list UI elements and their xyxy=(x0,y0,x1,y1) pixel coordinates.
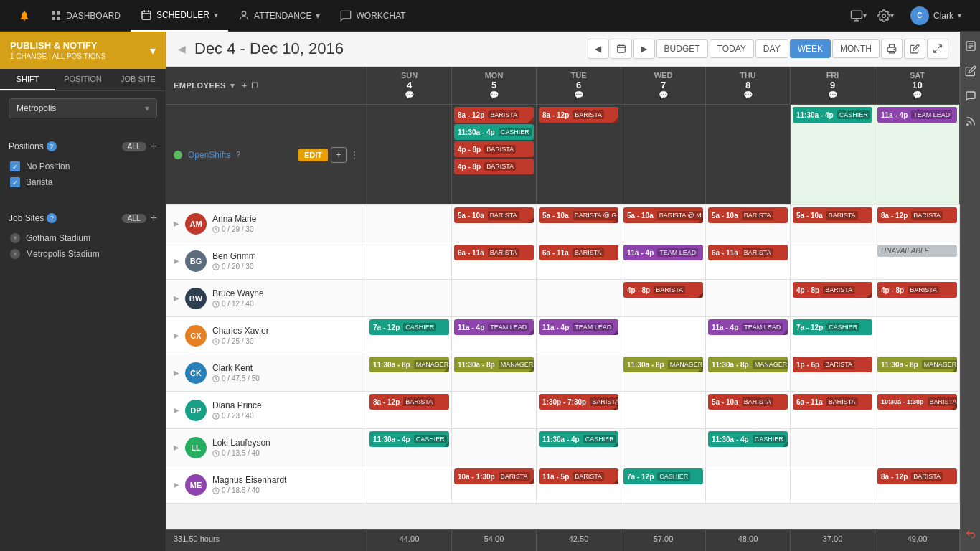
charles-xavier-thu-shift[interactable]: 11a - 4pTEAM LEAD xyxy=(708,319,788,335)
open-shifts-edit-btn[interactable]: EDIT xyxy=(298,149,328,161)
loki-thu-shift[interactable]: 11:30a - 4pCASHIER xyxy=(708,431,788,447)
open-shift-mon-1[interactable]: 8a - 12pBARISTA xyxy=(454,107,534,123)
expand-btn[interactable] xyxy=(927,39,948,59)
sat-comment-btn[interactable]: 💬 xyxy=(913,90,923,99)
publish-banner[interactable]: PUBLISH & NOTIFY 1 CHANGE | ALL POSITION… xyxy=(0,32,166,69)
ben-grimm-wed-shift[interactable]: 11a - 4pTEAM LEAD xyxy=(623,245,703,260)
charles-xavier-mon-shift[interactable]: 11a - 4pTEAM LEAD xyxy=(454,319,534,335)
mon-comment-btn[interactable]: 💬 xyxy=(489,90,499,99)
diana-prince-sat-shift[interactable]: 10:30a - 1:30pBARISTA xyxy=(877,394,957,410)
charles-xavier-fri-shift[interactable]: 7a - 12pCASHIER xyxy=(793,319,872,335)
job-sites-all-badge[interactable]: ALL xyxy=(122,214,146,223)
clark-kent-sat-shift[interactable]: 11:30a - 8pMANAGER xyxy=(877,357,957,372)
anna-marie-fri-shift[interactable]: 5a - 10aBARISTA xyxy=(793,207,872,223)
position-no-position[interactable]: ✓ No Position xyxy=(9,159,157,174)
open-shift-fri-1[interactable]: 11:30a - 4pCASHIER xyxy=(793,107,872,123)
collapse-sidebar-btn[interactable]: ◀ xyxy=(178,43,186,55)
clark-kent-mon-shift[interactable]: 11:30a - 8pMANAGER xyxy=(454,357,534,372)
right-sidebar-rss-icon[interactable] xyxy=(962,113,979,132)
job-sites-add-btn[interactable]: + xyxy=(151,212,157,225)
positions-all-badge[interactable]: ALL xyxy=(122,142,146,151)
anna-marie-thu-shift[interactable]: 5a - 10aBARISTA xyxy=(708,207,788,223)
today-btn[interactable]: TODAY xyxy=(710,39,754,58)
ben-grimm-mon-shift[interactable]: 6a - 11aBARISTA xyxy=(454,245,534,260)
loki-tue-shift[interactable]: 11:30a - 4pCASHIER xyxy=(539,431,618,447)
attendance-dropdown-icon[interactable]: ▾ xyxy=(316,11,320,21)
position-barista[interactable]: ✓ Barista xyxy=(9,174,157,190)
attendance-nav-item[interactable]: ATTENDANCE ▾ xyxy=(228,0,330,32)
anna-marie-wed-shift[interactable]: 5a - 10aBARISTA @ M xyxy=(623,207,703,223)
bruce-wayne-wed-shift[interactable]: 4p - 8pBARISTA xyxy=(623,282,703,298)
magnus-sat-shift[interactable]: 8a - 12pBARISTA xyxy=(877,468,957,484)
positions-add-btn[interactable]: + xyxy=(151,140,157,153)
clark-kent-sun-shift[interactable]: 11:30a - 8pMANAGER xyxy=(369,357,449,372)
job-site-metropolis[interactable]: Metropolis Stadium xyxy=(9,246,157,262)
diana-prince-fri-shift[interactable]: 6a - 11aBARISTA xyxy=(793,394,872,410)
right-sidebar-notes-icon[interactable] xyxy=(962,37,979,57)
tue-comment-btn[interactable]: 💬 xyxy=(574,90,584,99)
gear-dropdown[interactable]: ▾ xyxy=(890,11,894,19)
ben-grimm-thu-shift[interactable]: 6a - 11aBARISTA xyxy=(708,245,788,260)
prev-btn[interactable]: ◀ xyxy=(588,39,609,59)
loki-expand[interactable]: ▶ xyxy=(174,443,179,451)
tab-position[interactable]: POSITION xyxy=(55,69,110,90)
user-dropdown-icon[interactable]: ▾ xyxy=(958,11,961,19)
right-sidebar-edit-icon[interactable] xyxy=(962,62,979,82)
employees-add-btn[interactable]: + xyxy=(242,81,247,90)
edit-btn[interactable] xyxy=(904,39,925,59)
anna-marie-sat-shift[interactable]: 8a - 12pBARISTA xyxy=(877,207,957,223)
open-shift-sat-1[interactable]: 11a - 4pTEAM LEAD xyxy=(877,107,957,123)
user-menu[interactable]: C Clark ▾ xyxy=(900,0,971,32)
tab-job-site[interactable]: JOB SITE xyxy=(110,69,166,90)
thu-comment-btn[interactable]: 💬 xyxy=(743,90,753,99)
employees-select-btn[interactable]: ☐ xyxy=(251,81,259,90)
magnus-mon-shift[interactable]: 10a - 1:30pBARISTA xyxy=(454,468,534,484)
next-btn[interactable]: ▶ xyxy=(633,39,655,59)
loki-sun-shift[interactable]: 11:30a - 4pCASHIER xyxy=(369,431,449,447)
clark-kent-fri-shift[interactable]: 1p - 6pBARISTA xyxy=(793,357,872,372)
magnus-expand[interactable]: ▶ xyxy=(174,481,179,489)
job-sites-info[interactable]: ? xyxy=(47,213,57,223)
tab-shift[interactable]: SHIFT xyxy=(0,69,55,90)
budget-btn[interactable]: BUDGET xyxy=(656,39,708,58)
bruce-wayne-fri-shift[interactable]: 4p - 8pBARISTA xyxy=(793,282,872,298)
employees-sort-btn[interactable]: ▾ xyxy=(230,81,235,90)
calendar-picker-btn[interactable] xyxy=(611,39,632,59)
magnus-wed-shift[interactable]: 7a - 12pCASHIER xyxy=(623,468,703,484)
dashboard-nav-item[interactable]: DASHBOARD xyxy=(40,0,131,32)
open-shift-mon-3[interactable]: 4p - 8pBARISTA xyxy=(454,141,534,157)
settings-button[interactable]: ▾ xyxy=(875,6,897,26)
job-site-gotham[interactable]: Gotham Stadium xyxy=(9,230,157,246)
fri-comment-btn[interactable]: 💬 xyxy=(828,90,838,99)
barista-checkbox[interactable]: ✓ xyxy=(10,177,20,187)
clark-kent-thu-shift[interactable]: 11:30a - 8pMANAGER xyxy=(708,357,788,372)
screen-dropdown[interactable]: ▾ xyxy=(863,11,867,19)
charles-xavier-tue-shift[interactable]: 11a - 4pTEAM LEAD xyxy=(539,319,618,335)
ben-grimm-expand[interactable]: ▶ xyxy=(174,257,179,265)
month-btn[interactable]: MONTH xyxy=(832,39,880,58)
clark-kent-wed-shift[interactable]: 11:30a - 8pMANAGER xyxy=(623,357,703,372)
open-shifts-more-btn[interactable]: ⋮ xyxy=(349,149,359,161)
open-shifts-info[interactable]: ? xyxy=(236,151,240,159)
diana-prince-tue-shift[interactable]: 1:30p - 7:30pBARISTA xyxy=(539,394,618,410)
bruce-wayne-expand[interactable]: ▶ xyxy=(174,294,179,302)
print-btn[interactable] xyxy=(881,39,903,59)
sun-comment-btn[interactable]: 💬 xyxy=(405,90,415,99)
workchat-nav-item[interactable]: WORKCHAT xyxy=(330,0,415,32)
anna-marie-mon-shift[interactable]: 5a - 10aBARISTA xyxy=(454,207,534,223)
open-shifts-add-btn[interactable]: + xyxy=(331,147,347,163)
anna-marie-tue-shift[interactable]: 5a - 10aBARISTA @ G xyxy=(539,207,618,223)
publish-dropdown-icon[interactable]: ▾ xyxy=(150,44,156,57)
open-shifts-label[interactable]: OpenShifts xyxy=(188,150,230,160)
no-position-checkbox[interactable]: ✓ xyxy=(10,161,20,171)
open-shift-mon-2[interactable]: 11:30a - 4pCASHIER xyxy=(454,124,534,140)
scheduler-dropdown-icon[interactable]: ▾ xyxy=(214,10,218,20)
ben-grimm-tue-shift[interactable]: 6a - 11aBARISTA xyxy=(539,245,618,260)
anna-marie-expand[interactable]: ▶ xyxy=(174,220,179,227)
bruce-wayne-sat-shift[interactable]: 4p - 8pBARISTA xyxy=(877,282,957,298)
right-sidebar-chat-icon[interactable] xyxy=(962,88,979,107)
location-dropdown[interactable]: Metropolis ▾ xyxy=(9,98,157,118)
day-btn[interactable]: DAY xyxy=(755,39,788,58)
positions-info[interactable]: ? xyxy=(47,141,57,151)
diana-prince-thu-shift[interactable]: 5a - 10aBARISTA xyxy=(708,394,788,410)
